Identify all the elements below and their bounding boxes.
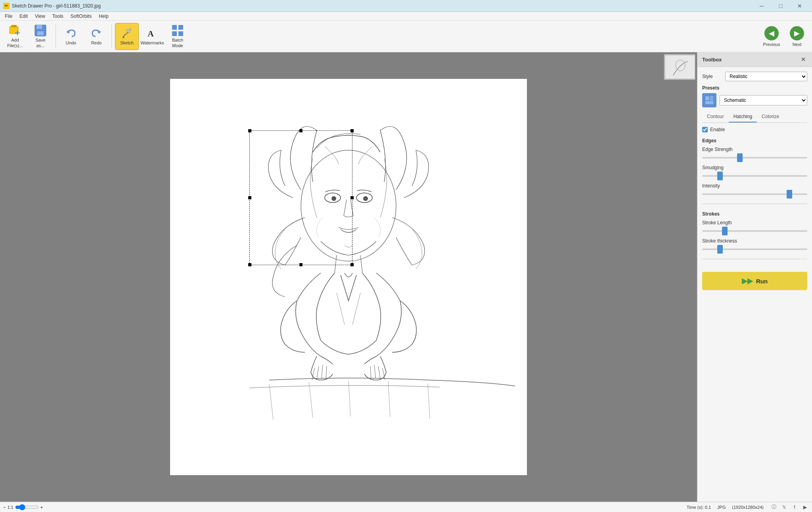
- undo-button[interactable]: Undo: [59, 23, 83, 50]
- stroke-length-track: [702, 227, 807, 235]
- separator-2: [111, 25, 112, 48]
- close-button[interactable]: ✕: [791, 0, 809, 12]
- svg-rect-10: [172, 25, 177, 30]
- app-icon: ✏: [3, 3, 10, 9]
- sketch-container: [170, 79, 527, 475]
- stroke-thickness-slider[interactable]: [702, 248, 807, 250]
- canvas-area[interactable]: [0, 52, 697, 502]
- sketch-image: [170, 79, 527, 475]
- svg-rect-6: [37, 31, 44, 35]
- run-label: Run: [756, 278, 768, 285]
- strokes-header: Strokes: [702, 211, 807, 217]
- main-content: Toolbox ✕ Style Realistic Artistic Carto…: [0, 52, 812, 502]
- menu-bar: File Edit View Tools SoftOrbits Help: [0, 12, 812, 21]
- tab-hatching[interactable]: Hatching: [729, 111, 757, 122]
- intensity-label: Intensity: [702, 183, 807, 189]
- menu-edit[interactable]: Edit: [16, 13, 31, 20]
- stroke-length-slider[interactable]: [702, 230, 807, 232]
- menu-softorbits[interactable]: SoftOrbits: [67, 13, 95, 20]
- enable-row: Enable: [702, 127, 807, 132]
- svg-point-18: [331, 196, 336, 201]
- enable-label: Enable: [710, 127, 725, 132]
- previous-button[interactable]: ◀ Previous: [760, 23, 783, 50]
- menu-view[interactable]: View: [32, 13, 48, 20]
- redo-button[interactable]: Redo: [84, 23, 108, 50]
- next-icon: ▶: [790, 26, 804, 40]
- zoom-in-button[interactable]: +: [40, 505, 43, 510]
- previous-icon: ◀: [764, 26, 779, 40]
- watermarks-label: Watermarks: [141, 40, 164, 46]
- svg-rect-5: [36, 25, 42, 29]
- thumbnail-strip: [664, 54, 695, 80]
- info-icon-btn[interactable]: ⓘ: [770, 503, 778, 511]
- title-bar-left: ✏ Sketch Drawer Pro - girl-511883_1920.j…: [3, 3, 101, 9]
- svg-rect-1: [11, 25, 17, 27]
- zoom-slider[interactable]: [15, 504, 39, 510]
- minimize-button[interactable]: ─: [753, 0, 771, 12]
- svg-rect-25: [710, 99, 713, 100]
- watermarks-button[interactable]: A Watermarks: [140, 23, 164, 50]
- add-files-icon: [9, 24, 21, 37]
- run-icon: ▶▶: [742, 277, 753, 285]
- save-as-button[interactable]: Saveas...: [29, 23, 52, 50]
- svg-point-19: [363, 196, 368, 201]
- smudging-track: [702, 172, 807, 180]
- svg-rect-12: [172, 31, 177, 36]
- edge-strength-label: Edge Strength: [702, 147, 807, 152]
- svg-rect-11: [178, 25, 183, 30]
- social-icon-1[interactable]: 𝕏: [780, 503, 788, 511]
- zoom-control: − 1:1 +: [3, 504, 43, 510]
- tab-colorize[interactable]: Colorize: [757, 111, 784, 122]
- edge-strength-slider[interactable]: [702, 157, 807, 159]
- next-button[interactable]: ▶ Next: [785, 23, 809, 50]
- social-icon-2[interactable]: f: [791, 503, 799, 511]
- edges-section: Edges Edge Strength Smudging: [702, 136, 807, 198]
- add-files-label: AddFile(s)...: [7, 38, 23, 48]
- maximize-button[interactable]: □: [772, 0, 790, 12]
- redo-icon: [90, 27, 103, 40]
- menu-tools[interactable]: Tools: [49, 13, 67, 20]
- zoom-out-button[interactable]: −: [3, 505, 6, 510]
- next-label: Next: [793, 42, 802, 47]
- preset-select[interactable]: Schematic Default Artistic Realistic: [720, 95, 807, 105]
- smudging-row: Smudging: [702, 165, 807, 180]
- menu-file[interactable]: File: [2, 13, 15, 20]
- watermarks-icon: A: [146, 27, 159, 40]
- tab-contour[interactable]: Contour: [702, 111, 729, 122]
- stroke-thickness-track: [702, 245, 807, 253]
- enable-checkbox[interactable]: [702, 127, 708, 132]
- undo-icon: [65, 27, 77, 40]
- thumbnail-image[interactable]: [665, 55, 695, 79]
- batch-mode-button[interactable]: BatchMode: [166, 23, 190, 50]
- svg-rect-24: [710, 96, 713, 98]
- sketch-button[interactable]: Sketch: [115, 23, 139, 50]
- title-bar-controls: ─ □ ✕: [753, 0, 809, 12]
- status-icons: ⓘ 𝕏 f ▶: [770, 503, 809, 511]
- intensity-slider[interactable]: [702, 193, 807, 195]
- style-row: Style Realistic Artistic Cartoon Schemat…: [702, 72, 807, 81]
- save-as-label: Saveas...: [35, 38, 45, 48]
- toolbox-close-button[interactable]: ✕: [799, 55, 807, 63]
- format-status: JPG: [717, 505, 726, 510]
- edges-header: Edges: [702, 138, 807, 143]
- presets-section: Presets Schematic Defaul: [702, 85, 807, 107]
- toolbox-title: Toolbox: [702, 57, 722, 63]
- smudging-slider[interactable]: [702, 175, 807, 177]
- sketch-label: Sketch: [120, 40, 134, 46]
- social-icon-3[interactable]: ▶: [801, 503, 809, 511]
- zoom-value: 1:1: [7, 505, 13, 510]
- stroke-length-row: Stroke Length: [702, 220, 807, 235]
- save-as-icon: [34, 24, 47, 37]
- add-files-button[interactable]: AddFile(s)...: [3, 23, 27, 50]
- style-select[interactable]: Realistic Artistic Cartoon Schematic: [725, 72, 807, 81]
- batch-mode-icon: [171, 24, 184, 37]
- run-button[interactable]: ▶▶ Run: [702, 272, 807, 290]
- presets-label: Presets: [702, 85, 719, 91]
- stroke-length-label: Stroke Length: [702, 220, 807, 225]
- svg-rect-26: [705, 101, 713, 104]
- menu-help[interactable]: Help: [96, 13, 112, 20]
- stroke-thickness-row: Stroke thickness: [702, 238, 807, 253]
- toolbox-body: Style Realistic Artistic Cartoon Schemat…: [697, 67, 812, 266]
- time-status: Time (s): 0.1: [687, 505, 711, 510]
- title-bar: ✏ Sketch Drawer Pro - girl-511883_1920.j…: [0, 0, 812, 12]
